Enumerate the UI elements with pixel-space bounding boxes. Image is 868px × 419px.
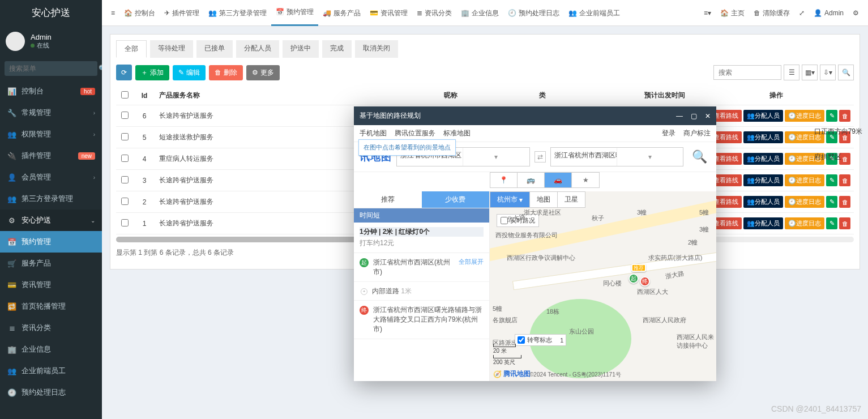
sidebar-item[interactable]: ⚙安心护送⌄: [0, 210, 102, 231]
sidebar-search-input[interactable]: [5, 61, 99, 76]
map-login[interactable]: 登录: [662, 129, 675, 138]
nav-item[interactable]: ≣资讯分类: [412, 0, 456, 26]
sidebar-subitem[interactable]: 📅预约管理: [0, 231, 102, 253]
column-header[interactable]: [599, 86, 631, 105]
assign-button[interactable]: 👥分配人员: [743, 196, 783, 208]
sidebar-subitem[interactable]: 🔁首页轮播管理: [0, 296, 102, 317]
status-tab[interactable]: 已接单: [196, 40, 233, 58]
sidebar-subitem[interactable]: ≣资讯分类: [0, 317, 102, 339]
map-canvas[interactable]: 杭州市 ▾ 地图 卫星 实时路况 浙大求是社区 秋子 西投物业服务有限公司 西湖…: [490, 191, 716, 381]
mode-star-icon[interactable]: ★: [572, 173, 599, 187]
columns-icon[interactable]: ☰: [784, 65, 799, 80]
row-edit-button[interactable]: ✎: [826, 110, 837, 122]
nav-right-item[interactable]: 👤Admin: [809, 0, 848, 26]
assign-button[interactable]: 👥分配人员: [743, 174, 783, 186]
route-search-icon[interactable]: 🔍: [688, 146, 711, 168]
route-tab-lowfee[interactable]: 少收费: [422, 191, 490, 208]
nav-right-item[interactable]: ≡▾: [699, 0, 716, 26]
assign-button[interactable]: 👥分配人员: [743, 153, 783, 165]
assign-button[interactable]: 👥分配人员: [743, 131, 783, 143]
map-menu-mobile[interactable]: 手机地图: [360, 129, 387, 138]
assign-button[interactable]: 👥分配人员: [743, 217, 783, 229]
nav-item[interactable]: 🚚服务产品: [318, 0, 365, 26]
maximize-icon[interactable]: ▢: [691, 112, 697, 120]
row-edit-button[interactable]: ✎: [826, 196, 837, 208]
turn-indicator[interactable]: 转弯标志 1: [515, 334, 566, 346]
nav-item[interactable]: 📅预约管理: [271, 0, 318, 26]
close-icon[interactable]: ✕: [705, 112, 711, 120]
sidebar-item[interactable]: 📊控制台hot: [0, 80, 102, 102]
edit-button[interactable]: ✎编辑: [173, 65, 206, 80]
progress-log-button[interactable]: 🕘进度日志: [785, 174, 824, 186]
map-view-tab[interactable]: 地图: [530, 192, 558, 207]
add-button[interactable]: ＋添加: [135, 65, 169, 80]
row-delete-button[interactable]: 🗑: [839, 110, 850, 122]
column-header[interactable]: Id: [133, 86, 156, 105]
status-tab[interactable]: 完成: [322, 40, 352, 58]
delete-button[interactable]: 🗑删除: [209, 65, 243, 80]
route-tab-recommend[interactable]: 推荐: [354, 191, 422, 208]
nav-item[interactable]: 🏠控制台: [119, 0, 160, 26]
status-tab[interactable]: 全部: [116, 40, 147, 58]
modal-header[interactable]: 基于地图的路径规划 — ▢ ✕: [354, 106, 716, 125]
row-checkbox[interactable]: [121, 219, 129, 226]
more-button[interactable]: ⚙更多: [246, 65, 280, 80]
nav-right-item[interactable]: ⚙: [848, 0, 863, 26]
progress-log-button[interactable]: 🕘进度日志: [785, 110, 824, 122]
mode-pin-icon[interactable]: 📍: [490, 173, 518, 187]
nav-right-item[interactable]: 🗑清除缓存: [749, 0, 794, 26]
nav-item[interactable]: 🕘预约处理日志: [503, 0, 564, 26]
column-header[interactable]: [116, 86, 133, 105]
sidebar-item[interactable]: 🔧常规管理›: [0, 102, 102, 123]
sidebar-subitem[interactable]: 👥企业前端员工: [0, 360, 102, 382]
grid-icon[interactable]: ▦▾: [802, 65, 818, 80]
to-input[interactable]: 浙江省杭州市西湖区曙▾: [550, 147, 684, 166]
sidebar-subitem[interactable]: 💳资讯管理: [0, 274, 102, 296]
map-menu-lbs[interactable]: 腾讯位置服务: [395, 129, 435, 138]
row-checkbox[interactable]: [121, 176, 129, 183]
refresh-button[interactable]: ⟳: [116, 65, 132, 80]
map-merchant[interactable]: 商户标注: [683, 129, 711, 138]
sidebar-subitem[interactable]: 🛒服务产品: [0, 253, 102, 274]
mode-car-icon[interactable]: 🚗: [545, 173, 572, 187]
status-tab[interactable]: 分配人员: [236, 40, 279, 58]
nav-item[interactable]: ≡: [106, 0, 119, 26]
column-header[interactable]: 类: [536, 86, 599, 105]
status-tab[interactable]: 取消关闭: [355, 40, 398, 58]
sidebar-subitem[interactable]: 🕘预约处理日志: [0, 382, 102, 403]
select-all-checkbox[interactable]: [121, 91, 129, 99]
row-edit-button[interactable]: ✎: [826, 174, 837, 186]
sidebar-item[interactable]: 👥第三方登录管理: [0, 188, 102, 210]
progress-log-button[interactable]: 🕘进度日志: [785, 217, 824, 229]
chevron-down-icon[interactable]: ▾: [463, 148, 529, 166]
sidebar-search[interactable]: 🔍: [5, 61, 97, 76]
nav-item[interactable]: 🏢企业信息: [456, 0, 503, 26]
swap-icon[interactable]: ⇄: [535, 151, 546, 163]
row-checkbox[interactable]: [121, 198, 129, 205]
sidebar-item[interactable]: 👤会员管理›: [0, 166, 102, 188]
export-icon[interactable]: ⇩▾: [820, 65, 836, 80]
status-tab[interactable]: 等待处理: [150, 40, 193, 58]
progress-log-button[interactable]: 🕘进度日志: [785, 196, 824, 208]
status-tab[interactable]: 护送中: [283, 40, 319, 58]
row-delete-button[interactable]: 🗑: [839, 217, 850, 229]
column-header[interactable]: 昵称: [441, 86, 536, 105]
expand-all-link[interactable]: 全部展开: [459, 258, 484, 266]
nav-item[interactable]: 👥第三方登录管理: [204, 0, 271, 26]
chevron-down-icon[interactable]: ▾: [617, 148, 683, 166]
row-checkbox[interactable]: [121, 155, 129, 162]
assign-button[interactable]: 👥分配人员: [743, 110, 783, 122]
search-icon[interactable]: 🔍: [838, 65, 854, 80]
sidebar-item[interactable]: 🔌插件管理new: [0, 145, 102, 166]
nav-item[interactable]: 👥企业前端员工: [564, 0, 625, 26]
mode-bus-icon[interactable]: 🚌: [518, 173, 545, 187]
row-checkbox[interactable]: [121, 133, 129, 140]
table-search-input[interactable]: [713, 65, 781, 80]
row-checkbox[interactable]: [121, 112, 129, 119]
row-edit-button[interactable]: ✎: [826, 217, 837, 229]
minimize-icon[interactable]: —: [676, 112, 683, 120]
column-header[interactable]: 预计出发时间: [631, 86, 699, 105]
nav-right-item[interactable]: 🏠主页: [716, 0, 749, 26]
column-header[interactable]: 产品服务名称: [156, 86, 441, 105]
nav-right-item[interactable]: ⤢: [794, 0, 809, 26]
